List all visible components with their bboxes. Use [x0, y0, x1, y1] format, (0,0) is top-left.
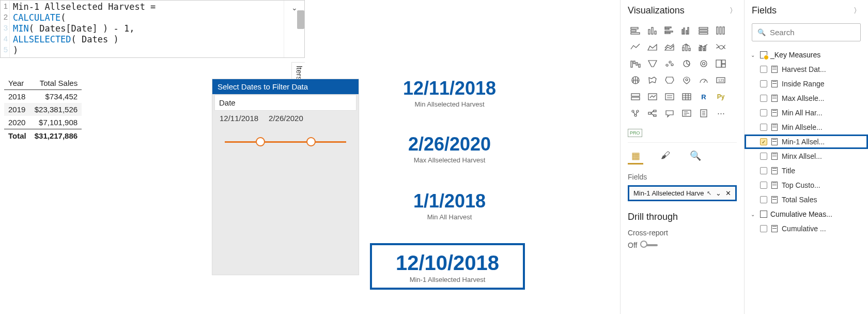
card-max-allselected[interactable]: 2/26/2020 Max Allselected Harvest [382, 133, 517, 164]
waterfall-chart-icon[interactable] [628, 56, 643, 71]
line-chart-icon[interactable] [628, 40, 643, 54]
report-canvas[interactable]: 1 2 3 4 5 Min-1 Allselected Harvest = CA… [0, 0, 620, 314]
field-well-name: Min-1 Allselected Harve [633, 189, 704, 197]
collapse-icon: ⌄ [751, 212, 757, 217]
slicer-start-date[interactable]: 12/11/2018 [220, 114, 258, 123]
svg-rect-22 [689, 48, 690, 51]
stacked-bar-chart-icon[interactable] [628, 23, 643, 38]
search-input[interactable] [770, 28, 868, 37]
table-key-measures[interactable]: ⌄ _Key Measures [745, 48, 868, 62]
key-influencers-icon[interactable] [628, 106, 643, 121]
treemap-icon[interactable] [713, 56, 729, 71]
field-title[interactable]: Title [745, 163, 868, 178]
slicer-end-date[interactable]: 2/26/2020 [269, 114, 303, 123]
card-min-all[interactable]: 1/1/2018 Min All Harvest [382, 190, 517, 221]
chevron-down-icon[interactable]: ⌄ [716, 189, 721, 197]
card-label: Min-1 Allselected Harvest [375, 276, 520, 283]
area-chart-icon[interactable] [645, 40, 660, 54]
table-cumulative-meas[interactable]: ⌄ Cumulative Meas... [745, 207, 868, 221]
svg-rect-21 [686, 45, 687, 51]
funnel-chart-icon[interactable] [645, 56, 660, 71]
formula-code[interactable]: Min-1 Allselected Harvest = CALCULATE( M… [10, 1, 284, 57]
field-max-allsele[interactable]: Max Allsele... [745, 91, 868, 106]
kpi-icon[interactable] [645, 89, 660, 104]
scatter-chart-icon[interactable] [662, 56, 677, 71]
hundred-stacked-column-icon[interactable] [713, 23, 729, 38]
slicer-field-header[interactable]: Date [214, 95, 357, 111]
smart-narrative-icon[interactable] [679, 106, 694, 121]
cross-report-toggle[interactable]: Off [628, 241, 737, 249]
stacked-area-chart-icon[interactable] [662, 40, 677, 54]
card-icon[interactable]: 123 [713, 73, 729, 87]
hundred-stacked-bar-icon[interactable] [696, 23, 711, 38]
svg-rect-11 [684, 28, 685, 34]
table-icon[interactable] [679, 89, 694, 104]
col-year[interactable]: Year [4, 77, 30, 90]
formula-expand-button[interactable]: ⌄ [284, 1, 304, 57]
field-min-1-allsel[interactable]: Min-1 Allsel... [745, 134, 868, 149]
field-min-all-har[interactable]: Min All Har... [745, 106, 868, 120]
card-min-1-allselected-selected[interactable]: 12/10/2018 Min-1 Allselected Harvest [370, 243, 525, 290]
fields-tab-icon[interactable]: ▦ [628, 150, 643, 161]
python-visual-icon[interactable]: Py [713, 89, 729, 104]
field-harvest-dat[interactable]: Harvest Dat... [745, 62, 868, 77]
table-row[interactable]: 2018$734,452 [4, 90, 82, 103]
multirow-card-icon[interactable] [628, 89, 643, 104]
measure-icon [771, 80, 778, 87]
field-well-item[interactable]: Min-1 Allselected Harve ↖ ⌄ ✕ [628, 185, 737, 201]
svg-rect-6 [665, 27, 671, 28]
svg-rect-28 [633, 61, 635, 64]
line-clustered-column-icon[interactable] [696, 40, 711, 54]
svg-rect-20 [683, 47, 684, 51]
analytics-tab-icon[interactable]: 🔍 [688, 150, 703, 161]
sales-table-visual[interactable]: Year Total Sales 2018$734,452 2019$23,38… [4, 77, 82, 142]
field-top-custo[interactable]: Top Custo... [745, 178, 868, 192]
shape-map-icon[interactable] [662, 73, 677, 87]
collapse-fields-panel-button[interactable]: 〉 [854, 6, 861, 16]
pie-chart-icon[interactable] [679, 56, 694, 71]
date-slicer-visual[interactable]: Select Dates to Filter Data Date 12/11/2… [212, 79, 359, 275]
line-stacked-column-icon[interactable] [679, 40, 694, 54]
formula-bar[interactable]: 1 2 3 4 5 Min-1 Allselected Harvest = CA… [0, 0, 305, 58]
collapse-viz-panel-button[interactable]: 〉 [730, 6, 737, 16]
col-total-sales[interactable]: Total Sales [30, 77, 82, 90]
slicer-handle-end[interactable] [306, 137, 316, 146]
ribbon-chart-icon[interactable] [713, 40, 729, 54]
clustered-column-chart-icon[interactable] [679, 23, 694, 38]
slicer-track[interactable] [225, 141, 346, 143]
more-visuals-icon[interactable]: ⋯ [713, 106, 729, 121]
collapse-icon: ⌄ [751, 52, 757, 58]
field-minx-allsel[interactable]: Minx Allsel... [745, 149, 868, 163]
field-inside-range[interactable]: Inside Range [745, 77, 868, 91]
donut-chart-icon[interactable] [696, 56, 711, 71]
measure-icon [771, 225, 778, 232]
table-row[interactable]: 2020$7,101,908 [4, 116, 82, 129]
formula-scrollbar[interactable] [297, 10, 304, 29]
fields-search-box[interactable]: 🔍 [752, 23, 861, 41]
field-total-sales[interactable]: Total Sales [745, 192, 868, 207]
slicer-handle-start[interactable] [256, 137, 265, 146]
filled-map-icon[interactable] [645, 73, 660, 87]
visualizations-panel: Visualizations 〉 [620, 0, 744, 314]
slicer-icon[interactable] [662, 89, 677, 104]
r-visual-icon[interactable]: R [696, 89, 711, 104]
field-min-allsele[interactable]: Min Allsele... [745, 120, 868, 134]
map-icon[interactable] [628, 73, 643, 87]
stacked-column-chart-icon[interactable] [645, 23, 660, 38]
decomposition-tree-icon[interactable] [645, 106, 660, 121]
remove-field-button[interactable]: ✕ [725, 189, 731, 197]
azure-map-icon[interactable] [679, 73, 694, 87]
qa-visual-icon[interactable] [662, 106, 677, 121]
table-row[interactable]: 2019$23,381,526 [4, 103, 82, 116]
format-tab-icon[interactable]: 🖌 [658, 150, 673, 161]
paginated-report-icon[interactable] [696, 106, 711, 121]
svg-rect-19 [723, 27, 724, 34]
clustered-bar-chart-icon[interactable] [662, 23, 677, 38]
card-min-allselected[interactable]: 12/11/2018 Min Allselected Harvest [382, 78, 517, 108]
svg-rect-3 [648, 29, 650, 34]
svg-point-33 [671, 64, 673, 66]
card-value: 12/11/2018 [382, 78, 517, 99]
field-cumulative[interactable]: Cumulative ... [745, 221, 868, 236]
gauge-icon[interactable] [696, 73, 711, 87]
pro-badge-icon[interactable]: PRO [628, 129, 642, 137]
